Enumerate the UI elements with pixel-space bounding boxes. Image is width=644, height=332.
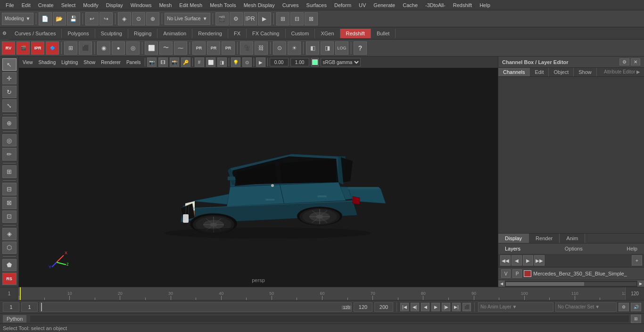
menu-file[interactable]: File	[2, 1, 18, 9]
tab-sculpting[interactable]: Sculpting	[95, 29, 128, 38]
tab-render[interactable]: Render	[529, 234, 560, 243]
pb-play-back[interactable]: ◀	[421, 303, 429, 311]
save-scene-btn[interactable]: 💾	[67, 12, 80, 25]
shelf-log-btn[interactable]: LOG	[335, 41, 348, 55]
shelf-rs-btn[interactable]: 🔷	[46, 41, 59, 55]
ipr-btn[interactable]: IPR	[244, 12, 257, 25]
show-manip[interactable]: ⊞	[2, 165, 17, 178]
vp-camera-icon[interactable]: 📷	[147, 57, 157, 67]
vp-shade-icon[interactable]: ◨	[217, 57, 227, 67]
pb-step-back[interactable]: ◀|	[411, 303, 419, 311]
vp-shading-btn[interactable]: Shading	[37, 59, 58, 65]
playback-end-input[interactable]	[374, 302, 393, 312]
xray-toggle[interactable]: ◈	[2, 228, 17, 240]
color-space-select[interactable]: sRGB gamma	[321, 58, 361, 66]
vp-view-btn[interactable]: View	[21, 59, 35, 65]
shelf-help-btn[interactable]: ?	[354, 41, 367, 55]
shelf-grid-btn[interactable]: ⊞	[64, 41, 77, 55]
menu-mesh-display[interactable]: Mesh Display	[240, 1, 279, 9]
pb-go-end[interactable]: ▶|	[452, 303, 461, 311]
rs-icon-btn[interactable]: RS	[2, 273, 17, 285]
shelf-render-cam-btn[interactable]: 🎥	[240, 41, 253, 55]
layers-tab-layers[interactable]: Layers	[501, 245, 524, 252]
menu-surfaces[interactable]: Surfaces	[303, 1, 330, 9]
scroll-thumb[interactable]	[506, 282, 584, 286]
menu-curves[interactable]: Curves	[279, 1, 303, 9]
render-btn[interactable]: 🎬	[215, 12, 229, 25]
redo-btn[interactable]: ↪	[99, 12, 113, 25]
menu-mesh-tools[interactable]: Mesh Tools	[206, 1, 239, 9]
timeline-ruler[interactable]: 102030405060708090100110120	[19, 287, 625, 300]
modeling-dropdown[interactable]: Modeling ▼	[2, 13, 33, 25]
shelf-sphere-btn[interactable]: ●	[112, 41, 125, 55]
menu-mesh[interactable]: Mesh	[155, 1, 175, 9]
layer-add-btn[interactable]: +	[632, 255, 642, 266]
undo-btn[interactable]: ↩	[85, 12, 99, 25]
pb-audio-btn[interactable]: 🔊	[631, 303, 641, 311]
shelf-mat2-btn[interactable]: ◨	[321, 41, 334, 55]
vp-light-icon[interactable]: 💡	[231, 57, 240, 67]
settings-icon[interactable]: ⚙	[0, 27, 9, 40]
vp-renderer-btn[interactable]: Renderer	[99, 59, 123, 65]
tab-bullet[interactable]: Bullet	[371, 29, 396, 38]
exposure-input[interactable]	[290, 58, 309, 66]
vp-rs-icon[interactable]: ⊙	[242, 57, 252, 67]
tab-polygons[interactable]: Polygons	[62, 29, 95, 38]
layer-fwd-btn[interactable]: ▶	[523, 255, 533, 266]
shelf-torus-btn[interactable]: ◎	[126, 41, 140, 55]
menu-edit[interactable]: Edit	[18, 1, 34, 9]
universal-tool[interactable]: ⊕	[2, 117, 17, 129]
menu-cache[interactable]: Cache	[399, 1, 421, 9]
tab-fx[interactable]: FX	[228, 29, 247, 38]
menu-edit-mesh[interactable]: Edit Mesh	[175, 1, 206, 9]
layout-btn-3[interactable]: ⊠	[305, 12, 318, 25]
shelf-pr2-btn[interactable]: PR	[207, 41, 220, 55]
shelf-cam-btn[interactable]: 🎬	[17, 41, 30, 55]
shelf-wave-btn[interactable]: 〜	[159, 41, 173, 55]
shelf-cube-btn[interactable]: ⬜	[145, 41, 158, 55]
menu-deform[interactable]: Deform	[330, 1, 355, 9]
tab-display[interactable]: Display	[498, 234, 529, 243]
open-scene-btn[interactable]: 📂	[53, 12, 66, 25]
new-scene-btn[interactable]: 📄	[39, 12, 52, 25]
shelf-rv-btn[interactable]: RV	[2, 41, 15, 55]
soft-select[interactable]: ◎	[2, 134, 17, 146]
shelf-ipr-btn[interactable]: IPR	[31, 41, 44, 55]
tab-custom[interactable]: Custom	[286, 29, 315, 38]
frame-current-input[interactable]	[3, 302, 19, 312]
move-tool[interactable]: ✛	[2, 72, 17, 84]
shelf-drop-btn[interactable]: ◉	[97, 41, 110, 55]
no-char-set-dropdown[interactable]: No Character Set ▼	[555, 302, 617, 312]
live-surface-dropdown[interactable]: No Live Surface ▼	[165, 13, 210, 25]
channel-box-settings-btn[interactable]: ⚙	[619, 58, 629, 65]
scroll-track[interactable]	[506, 282, 636, 286]
menu-3dtoa[interactable]: -3DtoAll-	[421, 1, 449, 9]
menu-modify[interactable]: Modify	[79, 1, 102, 9]
scroll-right-btn[interactable]: ▶	[637, 281, 644, 287]
python-input[interactable]	[30, 316, 629, 322]
tab-curves-surfaces[interactable]: Curves / Surfaces	[9, 29, 62, 38]
menu-redshift[interactable]: Redshift	[449, 1, 476, 9]
vp-render-icon[interactable]: ▶	[256, 57, 265, 67]
pb-step-fwd[interactable]: |▶	[442, 303, 450, 311]
pb-go-start[interactable]: |◀	[400, 303, 409, 311]
select-tool[interactable]: ↖	[2, 58, 17, 71]
layers-tab-options[interactable]: Options	[561, 245, 586, 252]
vp-film-icon[interactable]: 🎞	[158, 57, 168, 67]
shelf-swirl-btn[interactable]: ⁓	[174, 41, 187, 55]
shelf-pr3-btn[interactable]: PR	[222, 41, 235, 55]
vp-lighting-btn[interactable]: Lighting	[59, 59, 80, 65]
pb-settings-btn[interactable]: ⚙	[619, 303, 629, 311]
menu-windows[interactable]: Windows	[127, 1, 156, 9]
rs-mat-btn[interactable]: ⬟	[2, 259, 17, 271]
vp-panels-btn[interactable]: Panels	[124, 59, 143, 65]
playback-start-input[interactable]	[354, 302, 372, 312]
layers-tab-help[interactable]: Help	[623, 245, 641, 252]
layout-btn-2[interactable]: ⊟	[290, 12, 304, 25]
vp-cam2-icon[interactable]: 📸	[170, 57, 179, 67]
lasso-tool-btn[interactable]: ⊙	[132, 12, 145, 25]
menu-select[interactable]: Select	[58, 1, 80, 9]
snap-curve[interactable]: ⊠	[2, 197, 17, 209]
tab-object[interactable]: Object	[549, 68, 574, 76]
tab-redshift[interactable]: Redshift	[340, 29, 371, 38]
